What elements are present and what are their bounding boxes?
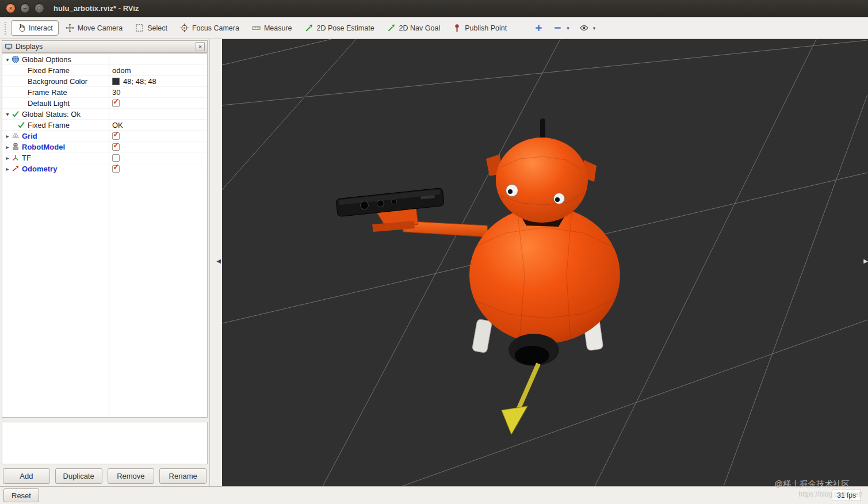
property-name: Global Status: Ok [22,110,81,119]
right-panel-expand-handle[interactable]: ▶ [863,258,868,264]
tool-select[interactable]: Select [129,20,173,36]
enabled-checkbox[interactable] [112,154,120,162]
panel-buttons: AddDuplicateRemoveRename [2,468,208,484]
color-swatch[interactable] [112,78,120,85]
duplicate-display-button[interactable]: Duplicate [55,468,102,484]
enabled-checkbox[interactable]: ✓ [112,100,120,107]
select-icon [135,24,144,32]
property-name: RobotModel [22,143,65,151]
property-value[interactable]: odom [112,66,131,75]
displays-panel-title: Displays [16,43,43,51]
property-name: Global Options [22,55,71,64]
add-tool-button[interactable] [532,21,545,35]
titlebar: × − □ hulu_arbotix.rviz* - RViz [0,0,868,17]
tool-label: Focus Camera [192,24,239,32]
checkmark-icon: ✓ [113,131,120,139]
panel-close-button[interactable]: × [196,42,205,51]
tool-focus-camera[interactable]: Focus Camera [174,20,245,36]
expander-icon[interactable]: ▸ [3,133,12,139]
publish-point-icon [453,24,461,32]
tool-measure[interactable]: Measure [246,20,298,36]
globe-icon [12,55,20,63]
property-name: TF [22,154,31,162]
tree-row-robotmodel[interactable]: ▸RobotModel✓ [2,142,207,152]
toolbar-drag-handle[interactable] [5,22,6,35]
window-close-button[interactable]: × [6,3,16,13]
time-panel: Reset 31 fps [0,486,868,504]
check-icon [17,121,25,129]
reset-button[interactable]: Reset [3,488,39,502]
property-name: Odometry [22,165,57,173]
plus-icon [534,24,543,32]
panel-gap: ◀ [210,39,222,486]
expander-icon[interactable]: ▾ [3,56,12,63]
property-name: Fixed Frame [28,121,70,129]
tool-label: Move Camera [78,24,123,32]
tool-interact[interactable]: Interact [11,20,59,36]
tree-row-background-color[interactable]: Background Color48; 48; 48 [2,76,207,87]
tool-label: Publish Point [465,24,507,32]
property-name: Fixed Frame [28,66,70,75]
move-camera-icon [66,24,74,32]
dropdown-caret-icon: ▾ [593,25,596,31]
add-display-button[interactable]: Add [3,468,50,484]
tool-2d-nav-goal[interactable]: 2D Nav Goal [381,20,446,36]
grid-icon [12,132,20,140]
displays-panel: Displays × ▾Global OptionsFixed Frameodo… [0,39,210,486]
property-value[interactable]: OK [112,121,123,129]
nav-goal-icon [387,24,396,32]
tool-2d-pose-estimate[interactable]: 2D Pose Estimate [299,20,380,36]
robot-head [496,138,588,223]
check-icon [12,110,20,118]
scene-3d [222,39,868,486]
displays-tree-container: ▾Global OptionsFixed FrameodomBackground… [2,54,208,418]
tool-label: Measure [264,24,292,32]
property-name: Grid [22,132,37,140]
tool-publish-point[interactable]: Publish Point [447,20,513,36]
enabled-checkbox[interactable]: ✓ [112,165,120,173]
tree-row-fixed-frame[interactable]: Fixed Frameodom [2,65,207,76]
tree-row-default-light[interactable]: Default Light✓ [2,98,207,109]
toolbar-tools: InteractMove CameraSelectFocus CameraMea… [11,20,513,36]
checkmark-icon: ✓ [113,98,120,106]
displays-panel-header[interactable]: Displays × [2,40,208,53]
checkmark-icon: ✓ [113,163,120,171]
property-value[interactable]: 30 [112,88,120,97]
panel-collapse-handle[interactable]: ◀ [216,258,221,264]
tool-label: 2D Pose Estimate [317,24,374,32]
tree-row-frame-rate[interactable]: Frame Rate30 [2,87,207,98]
enabled-checkbox[interactable]: ✓ [112,132,120,140]
tree-row-odometry[interactable]: ▸Odometry✓ [2,163,207,174]
displays-tree: ▾Global OptionsFixed FrameodomBackground… [2,54,207,174]
window-minimize-button[interactable]: − [20,3,30,13]
checkmark-icon: ✓ [113,142,120,150]
tool-label: Interact [29,24,53,32]
remove-tool-button[interactable]: ▾ [551,21,572,35]
property-name: Background Color [28,77,87,86]
tree-row-global-status-ok[interactable]: ▾Global Status: Ok [2,109,207,120]
tool-visibility-button[interactable]: ▾ [578,21,598,35]
expander-icon[interactable]: ▸ [3,155,12,161]
tool-move-camera[interactable]: Move Camera [60,20,129,36]
tree-row-global-options[interactable]: ▾Global Options [2,54,207,65]
tree-row-grid[interactable]: ▸Grid✓ [2,131,207,142]
main-area: Displays × ▾Global OptionsFixed Frameodo… [0,39,868,486]
rename-display-button[interactable]: Rename [159,468,207,484]
expander-icon[interactable]: ▸ [3,144,12,150]
property-description-area [2,422,208,464]
window-maximize-button[interactable]: □ [35,3,44,13]
remove-display-button[interactable]: Remove [108,468,155,484]
tree-row-fixed-frame[interactable]: Fixed FrameOK [2,120,207,131]
interact-hand-icon [17,24,25,32]
enabled-checkbox[interactable]: ✓ [112,143,120,151]
odometry-icon [12,165,20,173]
viewport-3d[interactable]: ▶ [222,39,868,486]
property-value[interactable]: 48; 48; 48 [123,77,156,86]
focus-camera-icon [180,24,189,32]
pose-estimate-icon [305,24,313,32]
tree-row-tf[interactable]: ▸TF [2,152,207,163]
tool-label: 2D Nav Goal [399,24,441,32]
expander-icon[interactable]: ▸ [3,166,12,172]
expander-icon[interactable]: ▾ [3,111,12,117]
measure-icon [252,24,261,32]
